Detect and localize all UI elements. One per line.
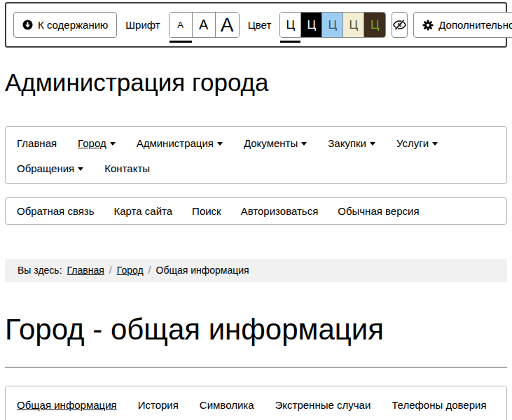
- font-size-group: ААА: [169, 12, 240, 38]
- main-nav-item[interactable]: Обращения: [17, 162, 83, 175]
- main-nav-item[interactable]: Город: [78, 136, 116, 150]
- breadcrumb-separator: /: [109, 265, 112, 276]
- main-nav-item-label: Закупки: [328, 136, 366, 150]
- advanced-settings-button[interactable]: Дополнительно: [413, 12, 512, 38]
- section-tab[interactable]: Экстренные случаи: [275, 398, 371, 412]
- breadcrumb-current: Общая информация: [156, 265, 249, 276]
- main-nav-item[interactable]: Закупки: [328, 136, 375, 150]
- secondary-nav: Обратная связьКарта сайтаПоискАвторизова…: [5, 197, 507, 225]
- breadcrumb-link[interactable]: Город: [117, 265, 144, 276]
- font-size-small-button[interactable]: А: [169, 13, 193, 37]
- main-nav-item[interactable]: Документы: [244, 136, 307, 150]
- main-nav: ГлавнаяГородАдминистрацияДокументыЗакупк…: [5, 126, 507, 184]
- main-nav-item-label: Услуги: [396, 136, 429, 150]
- breadcrumb-link[interactable]: Главная: [67, 265, 104, 276]
- to-content-button[interactable]: К содержанию: [13, 12, 117, 38]
- color-scheme-white-button[interactable]: Ц: [280, 13, 301, 37]
- breadcrumb-items: Главная/Город/Общая информация: [67, 265, 249, 276]
- main-nav-item[interactable]: Услуги: [396, 136, 438, 150]
- main-nav-item[interactable]: Главная: [17, 136, 57, 150]
- section-tab[interactable]: Символика: [200, 398, 254, 412]
- circle-arrow-down-icon: [22, 20, 33, 30]
- main-nav-item-label: Главная: [17, 136, 57, 150]
- main-nav-item-label: Администрация: [137, 136, 214, 150]
- gear-icon: [422, 20, 434, 31]
- font-label: Шрифт: [125, 12, 160, 38]
- chevron-down-icon: [432, 142, 438, 146]
- chevron-down-icon: [78, 167, 83, 171]
- chevron-down-icon: [301, 142, 307, 146]
- site-title: Администрация города: [5, 69, 507, 97]
- main-nav-item[interactable]: Контакты: [104, 162, 150, 175]
- chevron-down-icon: [110, 142, 116, 146]
- main-nav-item-label: Документы: [244, 136, 298, 150]
- color-scheme-blue-button[interactable]: Ц: [322, 13, 343, 37]
- to-content-label: К содержанию: [38, 19, 108, 31]
- secondary-nav-item[interactable]: Авторизоваться: [241, 204, 319, 218]
- section-tab[interactable]: История: [138, 398, 179, 412]
- section-tabs: Общая информацияИсторияСимволикаЭкстренн…: [5, 386, 507, 420]
- color-scheme-brown-button[interactable]: Ц: [364, 13, 385, 37]
- color-scheme-group: ЦЦЦЦЦ: [279, 12, 386, 38]
- page-title: Город - общая информация: [5, 313, 507, 346]
- eye-slash-icon: [392, 18, 407, 32]
- chevron-down-icon: [217, 142, 223, 146]
- breadcrumb-prefix: Вы здесь:: [18, 265, 62, 276]
- section-tab[interactable]: Общая информация: [17, 398, 117, 412]
- main-nav-item[interactable]: Администрация: [137, 136, 223, 150]
- images-toggle-button[interactable]: [392, 12, 408, 38]
- main-nav-item-label: Обращения: [17, 162, 74, 175]
- secondary-nav-item[interactable]: Обычная версия: [338, 204, 419, 218]
- main-nav-item-label: Контакты: [104, 162, 150, 175]
- section-tab[interactable]: Телефоны доверия: [392, 398, 486, 412]
- page: К содержанию Шрифт ААА Цвет ЦЦЦЦЦ: [0, 0, 512, 420]
- secondary-nav-item[interactable]: Поиск: [192, 204, 221, 218]
- divider: [5, 367, 507, 368]
- main-nav-item-label: Город: [78, 136, 106, 150]
- color-scheme-black-button[interactable]: Ц: [301, 13, 322, 37]
- secondary-nav-item[interactable]: Обратная связь: [17, 204, 95, 218]
- breadcrumb-separator: /: [148, 265, 151, 276]
- chevron-down-icon: [370, 142, 375, 146]
- breadcrumb: Вы здесь: Главная/Город/Общая информация: [5, 259, 507, 282]
- secondary-nav-item[interactable]: Карта сайта: [114, 204, 173, 218]
- accessibility-toolbar: К содержанию Шрифт ААА Цвет ЦЦЦЦЦ: [5, 2, 507, 48]
- font-size-large-button[interactable]: А: [216, 13, 239, 37]
- font-size-medium-button[interactable]: А: [193, 13, 216, 37]
- advanced-settings-label: Дополнительно: [438, 19, 512, 31]
- color-scheme-beige-button[interactable]: Ц: [343, 13, 364, 37]
- color-label: Цвет: [248, 12, 272, 38]
